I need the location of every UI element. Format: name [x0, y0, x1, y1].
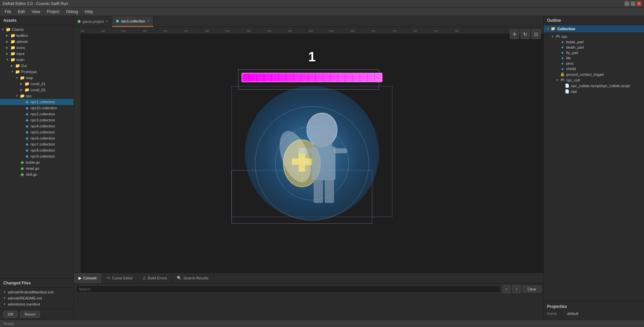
asset-tree-item-level02[interactable]: ▶📁Level_02: [0, 87, 73, 93]
clear-button[interactable]: Clear: [523, 286, 541, 292]
close-button[interactable]: ✕: [637, 1, 641, 6]
outline-item-npc_coll[interactable]: ▼🎮npc_coll: [544, 77, 644, 83]
tab-close-npc1_collection[interactable]: ×: [147, 19, 149, 23]
asset-tree-item-npc10[interactable]: ◈npc10.collection: [0, 105, 73, 111]
diff-button[interactable]: Diff: [3, 311, 17, 318]
minimize-button[interactable]: —: [625, 1, 629, 6]
asset-tree-item-npc5[interactable]: ◈npc5.collection: [0, 129, 73, 135]
center-area: game.project×npc1.collection× 4204404604…: [74, 16, 543, 320]
outline-item-life[interactable]: ●life: [544, 55, 644, 61]
outline-item-npc[interactable]: ▼🎮npc: [544, 34, 644, 39]
menu-item-project[interactable]: Project: [44, 8, 63, 15]
folder-icon: 📁: [24, 81, 30, 86]
menu-item-view[interactable]: View: [28, 8, 44, 15]
menu-item-help[interactable]: Help: [82, 8, 97, 15]
asset-tree-item-main[interactable]: ▼📁main: [0, 57, 73, 63]
bottom-tab-build_errors[interactable]: ⚠Build Errors: [138, 273, 172, 283]
changed-file-name: admob/ext.manifest: [8, 302, 40, 306]
changed-file-item[interactable]: +admob/ext.manifest: [0, 301, 73, 307]
editor-tab-game_project[interactable]: game.project×: [74, 16, 112, 27]
revert-button[interactable]: Revert: [20, 311, 40, 318]
tab-dot-game_project: [78, 20, 80, 23]
editor-tabs: game.project×npc1.collection×: [74, 16, 543, 27]
outline-label-npc: npc: [561, 35, 568, 39]
changed-file-plus-icon: +: [3, 290, 6, 294]
collection-header-row[interactable]: ▼ 📁 Collection: [544, 25, 644, 32]
outline-icon-npc_coll: 🎮: [560, 78, 565, 82]
asset-tree-item-input[interactable]: ▶📁input: [0, 51, 73, 57]
knight-svg: [265, 96, 359, 217]
changed-file-item[interactable]: +admob/README.md: [0, 295, 73, 301]
menu-item-debug[interactable]: Debug: [63, 8, 81, 15]
outline-icon-npc: 🎮: [555, 34, 560, 39]
svg-rect-9: [334, 148, 347, 153]
asset-tree-item-npc8[interactable]: ◈npc8.collection: [0, 147, 73, 153]
outline-icon-pers: ●: [560, 61, 565, 65]
tab-close-game_project[interactable]: ×: [106, 19, 108, 23]
console-search-input[interactable]: [76, 285, 500, 293]
outline-item-buble_part[interactable]: ●buble_part: [544, 39, 644, 45]
outline-item-fly_part[interactable]: ●fly_part: [544, 50, 644, 55]
outline-item-npc_collide_script[interactable]: 📄npc_collide-/script/npc_collide.script: [544, 83, 644, 89]
collection-icon: ◈: [25, 100, 29, 104]
search-next-button[interactable]: ›: [513, 285, 521, 293]
outline-label-fly_part: fly_part: [566, 51, 578, 55]
maximize-button[interactable]: □: [631, 1, 635, 6]
asset-tree-item-buble[interactable]: ◉buble.go: [0, 159, 73, 165]
asset-tree-item-npc9[interactable]: ◈npc9.collection: [0, 153, 73, 159]
menu-item-edit[interactable]: Edit: [14, 8, 28, 15]
asset-tree-item-npc7[interactable]: ◈npc7.collection: [0, 141, 73, 147]
bottom-tab-curve_editor[interactable]: 〜Curve Editor: [102, 273, 138, 283]
bottom-tab-icon-curve_editor: 〜: [106, 275, 110, 281]
outline-item-death_part[interactable]: ●death_part: [544, 45, 644, 50]
asset-tree-item-npc3[interactable]: ◈npc3.collection: [0, 117, 73, 123]
asset-tree-item-npc2[interactable]: ◈npc2.collection: [0, 111, 73, 117]
asset-label-buble: buble.go: [26, 160, 40, 164]
outline-item-stat[interactable]: 📄stat: [544, 89, 644, 94]
rotate-tool-button[interactable]: ↻: [521, 30, 530, 39]
changed-file-item[interactable]: +admob/AndroidManifest.xml: [0, 289, 73, 295]
folder-icon: 📁: [10, 57, 15, 62]
search-prev-button[interactable]: ‹: [502, 285, 511, 293]
asset-tree-item-cosmic[interactable]: ▼📁Cosmic: [0, 26, 73, 33]
asset-tree-item-npc4[interactable]: ◈npc4.collection: [0, 123, 73, 129]
collection-icon: ◈: [25, 118, 29, 122]
asset-tree-item-skill[interactable]: ◉skill.go: [0, 171, 73, 177]
svg-rect-6: [315, 137, 332, 147]
tab-label-npc1_collection: npc1.collection: [121, 19, 145, 23]
outline-item-ground_contact_trigger[interactable]: 🔒ground_contact_trigger: [544, 71, 644, 77]
bottom-tab-search_results[interactable]: 🔍Search Results: [172, 273, 214, 283]
asset-tree-item-builtins[interactable]: ▶📁builtins: [0, 33, 73, 39]
asset-label-npc9: npc9.collection: [31, 154, 55, 158]
asset-tree-item-icons[interactable]: ▶📁icons: [0, 45, 73, 51]
asset-tree-item-npc[interactable]: ▼📁npc: [0, 93, 73, 99]
console-content: ‹ › Clear: [74, 283, 543, 320]
tab-label-game_project: game.project: [83, 19, 104, 23]
outline-item-sheild[interactable]: ●sheild: [544, 66, 644, 71]
asset-tree-item-npc1[interactable]: ◈npc1.collection: [0, 99, 73, 105]
assets-header: Assets: [0, 16, 73, 25]
move-tool-button[interactable]: ✛: [510, 30, 519, 39]
asset-label-npc3: npc3.collection: [31, 118, 55, 122]
asset-tree-item-gui[interactable]: ▶📁Gui: [0, 63, 73, 69]
editor-tab-npc1_collection[interactable]: npc1.collection×: [112, 16, 154, 27]
outline-label-sheild: sheild: [566, 67, 576, 71]
outline-item-pers[interactable]: ●pers: [544, 61, 644, 66]
asset-tree-item-npc6[interactable]: ◈npc6.collection: [0, 135, 73, 141]
ruler-h-label: 520: [184, 30, 188, 33]
menu-item-file[interactable]: File: [1, 8, 14, 15]
outline-icon-fly_part: ●: [560, 51, 565, 55]
search-bar: ‹ › Clear: [76, 285, 541, 293]
health-bar: [241, 73, 382, 82]
asset-tree-item-map[interactable]: ▼📁map: [0, 75, 73, 81]
asset-label-npc1: npc1.collection: [31, 100, 55, 104]
collection-icon: ◈: [25, 148, 29, 153]
asset-tree-item-prototype[interactable]: ▼📁Prototype: [0, 69, 73, 75]
asset-tree-item-level01[interactable]: ▶📁Level_01: [0, 81, 73, 87]
outline-label-pers: pers: [566, 61, 573, 65]
bottom-tab-console[interactable]: ▶Console: [74, 273, 102, 283]
asset-tree-item-dead[interactable]: ◉dead.go: [0, 165, 73, 171]
scale-tool-button[interactable]: ⊡: [531, 30, 541, 39]
asset-tree-item-admob[interactable]: ▶📁admob: [0, 39, 73, 45]
collection-icon: ◈: [25, 106, 29, 110]
